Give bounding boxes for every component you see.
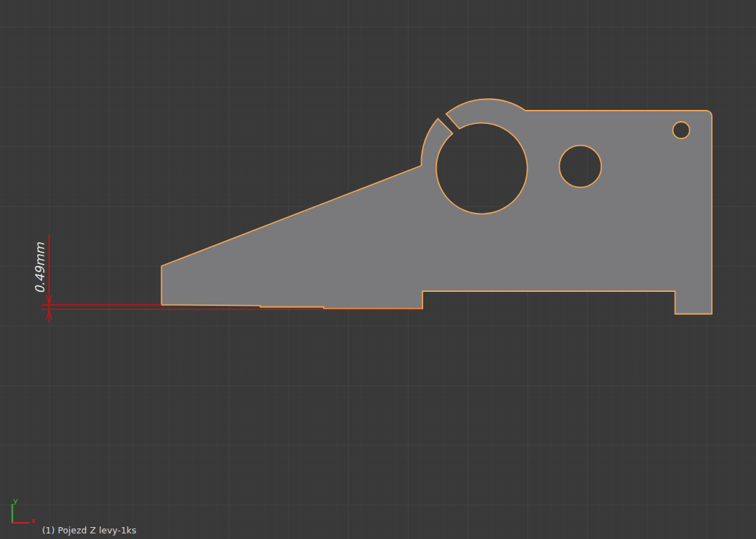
dimension-label: 0.49mm	[33, 242, 47, 294]
drawing-canvas[interactable]: 0.49mm y x	[0, 0, 756, 539]
axis-x-label: x	[31, 516, 36, 525]
axis-y-label: y	[13, 496, 18, 505]
status-label: (1) Pojezd Z levy-1ks	[42, 525, 137, 536]
cad-viewport[interactable]: 0.49mm y x (1) Pojezd Z levy-1ks	[0, 0, 756, 539]
